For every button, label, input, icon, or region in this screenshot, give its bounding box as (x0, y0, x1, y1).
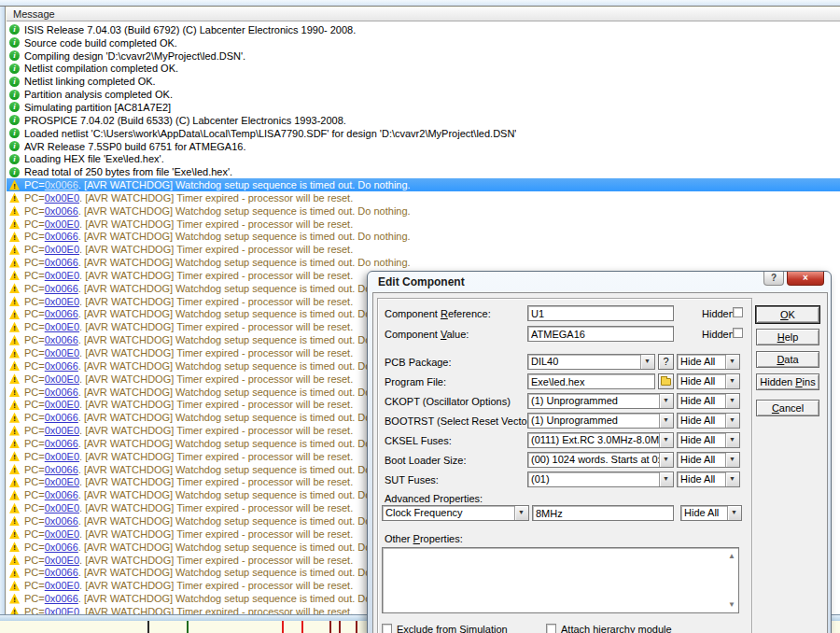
pc-address-link[interactable]: 0x00E0 (45, 321, 79, 332)
chevron-down-icon[interactable] (659, 433, 673, 447)
hidden-reference-checkbox[interactable] (733, 307, 743, 317)
pc-address-link[interactable]: 0x0066 (45, 489, 78, 500)
log-row[interactable]: iNetlist compilation completed OK. (7, 63, 840, 76)
log-row[interactable]: !PC=0x0066. [AVR WATCHDOG] Watchdog setu… (7, 178, 840, 191)
log-row[interactable]: !PC=0x00E0. [AVR WATCHDOG] Timer expired… (7, 218, 840, 231)
pc-address-link[interactable]: 0x0066 (45, 179, 78, 190)
log-row[interactable]: iPartition analysis completed OK. (7, 88, 840, 101)
pc-address-link[interactable]: 0x0066 (45, 593, 78, 604)
pc-address-link[interactable]: 0x0066 (45, 283, 78, 294)
data-button[interactable]: Data (756, 351, 819, 368)
program-file-browse-button[interactable] (658, 373, 674, 389)
log-row[interactable]: iAVR Release 7.5SP0 build 6751 for ATMEG… (7, 140, 840, 153)
pc-address-link[interactable]: 0x0066 (45, 205, 78, 217)
ckopt-combo[interactable]: (1) Unprogrammed (527, 393, 674, 409)
scroll-down-icon[interactable]: ▼ (728, 600, 735, 609)
pc-address-link[interactable]: 0x0066 (45, 387, 78, 398)
pc-address-link[interactable]: 0x0066 (45, 257, 78, 268)
close-icon[interactable]: × (787, 272, 824, 286)
log-row[interactable]: !PC=0x0066. [AVR WATCHDOG] Watchdog setu… (7, 256, 840, 269)
chevron-down-icon[interactable] (725, 394, 739, 408)
sut-fuses-combo[interactable]: (01) (527, 471, 674, 487)
pc-address-link[interactable]: 0x00E0 (45, 502, 79, 513)
pc-address-link[interactable]: 0x00E0 (45, 580, 79, 591)
chevron-down-icon[interactable] (659, 453, 673, 467)
log-row[interactable]: iCompiling design 'D:\cvavr2\MyProject\l… (7, 49, 840, 63)
pc-address-link[interactable]: 0x0066 (45, 438, 78, 449)
attach-hierarchy-checkbox[interactable] (546, 624, 556, 633)
log-row[interactable]: iSource code build completed OK. (7, 36, 840, 49)
dialog-help-button[interactable]: ? (763, 272, 784, 286)
advanced-property-combo[interactable]: Clock Frequency (382, 505, 529, 521)
pcb-package-combo[interactable]: DIL40 (527, 354, 655, 370)
pc-address-link[interactable]: 0x0066 (45, 567, 78, 578)
log-row[interactable]: iPROSPICE 7.04.02 (Build 6533) (C) Labce… (7, 114, 840, 127)
pc-address-link[interactable]: 0x0066 (45, 464, 78, 475)
cksel-combo[interactable]: (0111) Ext.RC 3.0MHz-8.0MHz (527, 432, 674, 448)
help-button[interactable]: Help (756, 329, 819, 345)
scroll-up-icon[interactable]: ▲ (728, 552, 735, 560)
other-properties-textarea[interactable]: ▲ ▼ (382, 547, 739, 613)
pcb-package-help-button[interactable]: ? (658, 354, 674, 370)
pc-address-link[interactable]: 0x00E0 (45, 347, 79, 359)
bootrst-combo[interactable]: (1) Unprogrammed (527, 413, 674, 429)
program-file-hide-combo[interactable]: Hide All (677, 373, 740, 389)
pc-address-link[interactable]: 0x00E0 (45, 270, 79, 281)
log-row[interactable]: !PC=0x00E0. [AVR WATCHDOG] Timer expired… (7, 191, 840, 204)
pc-address-link[interactable]: 0x0066 (45, 231, 78, 242)
pc-address-link[interactable]: 0x00E0 (45, 606, 79, 614)
pc-address-link[interactable]: 0x0066 (45, 308, 78, 319)
exclude-simulation-checkbox[interactable] (382, 624, 392, 633)
ckopt-hide-combo[interactable]: Hide All (677, 393, 740, 409)
chevron-down-icon[interactable] (725, 355, 739, 369)
component-reference-input[interactable] (527, 305, 674, 321)
log-row[interactable]: !PC=0x00E0. [AVR WATCHDOG] Timer expired… (7, 243, 840, 256)
pc-address-link[interactable]: 0x00E0 (45, 244, 79, 255)
bootrst-hide-combo[interactable]: Hide All (677, 413, 740, 429)
chevron-down-icon[interactable] (725, 472, 739, 486)
hidden-pins-button[interactable]: Hidden Pins (756, 373, 819, 390)
pcb-package-hide-combo[interactable]: Hide All (677, 354, 740, 370)
log-row[interactable]: iNetlist linking completed OK. (7, 75, 840, 88)
hidden-value-checkbox[interactable] (733, 328, 743, 338)
pc-address-link[interactable]: 0x00E0 (45, 555, 79, 566)
pc-address-link[interactable]: 0x0066 (45, 542, 78, 553)
pc-address-link[interactable]: 0x00E0 (45, 296, 79, 307)
chevron-down-icon[interactable] (725, 374, 739, 388)
pc-address-link[interactable]: 0x0066 (45, 515, 78, 527)
chevron-down-icon[interactable] (725, 453, 739, 467)
log-row[interactable]: !PC=0x0066. [AVR WATCHDOG] Watchdog setu… (7, 231, 840, 244)
pc-address-link[interactable]: 0x00E0 (45, 528, 79, 540)
component-value-input[interactable] (527, 326, 674, 342)
chevron-down-icon[interactable] (725, 414, 739, 428)
clock-frequency-input[interactable] (532, 505, 674, 521)
log-row[interactable]: iLoading HEX file 'Exe\led.hex'. (7, 152, 840, 165)
chevron-down-icon[interactable] (640, 355, 654, 369)
pc-address-link[interactable]: 0x00E0 (45, 373, 79, 385)
log-row[interactable]: !PC=0x0066. [AVR WATCHDOG] Watchdog setu… (7, 204, 840, 218)
chevron-down-icon[interactable] (659, 394, 673, 408)
pc-address-link[interactable]: 0x00E0 (45, 192, 79, 204)
log-row[interactable]: iSimulating partition [AC81A7E2] (7, 101, 840, 114)
ok-button[interactable]: OK (756, 306, 819, 323)
advanced-hide-combo[interactable]: Hide All (680, 505, 742, 521)
cancel-button[interactable]: Cancel (756, 400, 819, 416)
cksel-hide-combo[interactable]: Hide All (677, 432, 740, 448)
log-row[interactable]: iISIS Release 7.04.03 (Build 6792) (C) L… (7, 23, 840, 36)
pc-address-link[interactable]: 0x00E0 (45, 399, 79, 410)
pc-address-link[interactable]: 0x0066 (45, 334, 78, 345)
message-column-header[interactable]: Message (7, 7, 840, 21)
chevron-down-icon[interactable] (727, 506, 741, 520)
log-row[interactable]: iRead total of 250 bytes from file 'Exe\… (7, 165, 840, 178)
pc-address-link[interactable]: 0x0066 (45, 412, 78, 423)
sut-hide-combo[interactable]: Hide All (677, 471, 740, 487)
chevron-down-icon[interactable] (725, 433, 739, 447)
pc-address-link[interactable]: 0x00E0 (45, 425, 79, 436)
chevron-down-icon[interactable] (659, 472, 673, 486)
pc-address-link[interactable]: 0x00E0 (45, 476, 79, 487)
log-row[interactable]: iLoaded netlist 'C:\Users\work\AppData\L… (7, 127, 840, 140)
pc-address-link[interactable]: 0x00E0 (45, 218, 79, 230)
pc-address-link[interactable]: 0x0066 (45, 360, 78, 372)
boot-loader-size-combo[interactable]: (00) 1024 words. Starts at 0x1C00 (527, 452, 674, 468)
chevron-down-icon[interactable] (514, 506, 528, 520)
